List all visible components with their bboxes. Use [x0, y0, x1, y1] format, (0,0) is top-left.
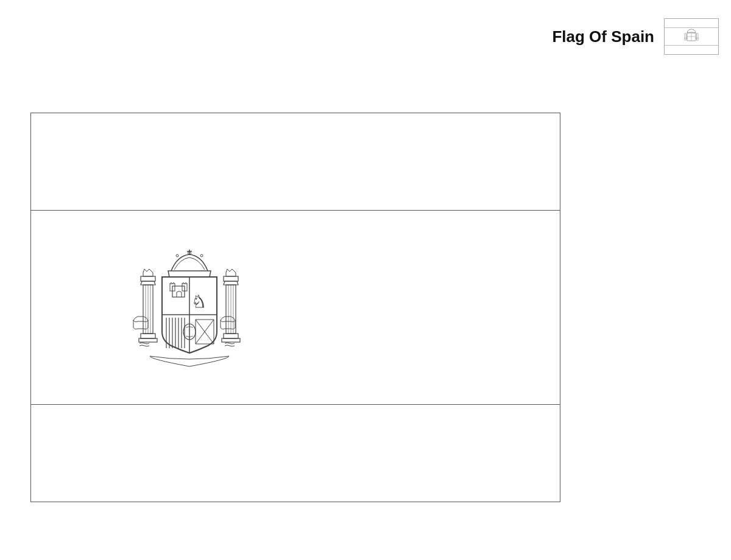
- svg-rect-37: [224, 334, 238, 338]
- coat-of-arms: ♞: [129, 237, 250, 377]
- coat-of-arms-svg: ♞: [129, 237, 250, 377]
- svg-rect-38: [222, 338, 240, 342]
- flag-title: Flag Of Spain: [552, 27, 654, 46]
- bottom-ribbon: [150, 356, 229, 366]
- svg-rect-32: [141, 276, 155, 281]
- svg-rect-31: [139, 338, 157, 342]
- thumb-coat-of-arms-icon: [679, 28, 704, 45]
- crown-group: [168, 250, 211, 277]
- svg-point-9: [200, 254, 203, 257]
- header-area: Flag Of Spain: [552, 18, 719, 55]
- svg-rect-3: [685, 33, 687, 40]
- svg-rect-30: [141, 334, 155, 338]
- shield-group: ♞: [162, 277, 217, 353]
- flag-stripe-top: [31, 113, 560, 211]
- svg-text:♞: ♞: [191, 292, 207, 311]
- flag-stripe-bot: [31, 405, 560, 502]
- svg-rect-39: [224, 276, 238, 281]
- page: Flag Of Spain: [0, 0, 731, 560]
- svg-point-7: [176, 254, 178, 257]
- svg-rect-4: [697, 33, 699, 40]
- flag-thumbnail: [664, 18, 719, 55]
- thumb-stripe-bot: [665, 46, 718, 54]
- right-pillar: [221, 269, 240, 346]
- thumb-stripe-top: [665, 19, 718, 28]
- thumb-stripe-mid: [665, 28, 718, 46]
- left-pillar: [133, 269, 157, 346]
- main-flag: ♞: [30, 113, 560, 502]
- flag-stripe-mid: ♞: [31, 211, 560, 405]
